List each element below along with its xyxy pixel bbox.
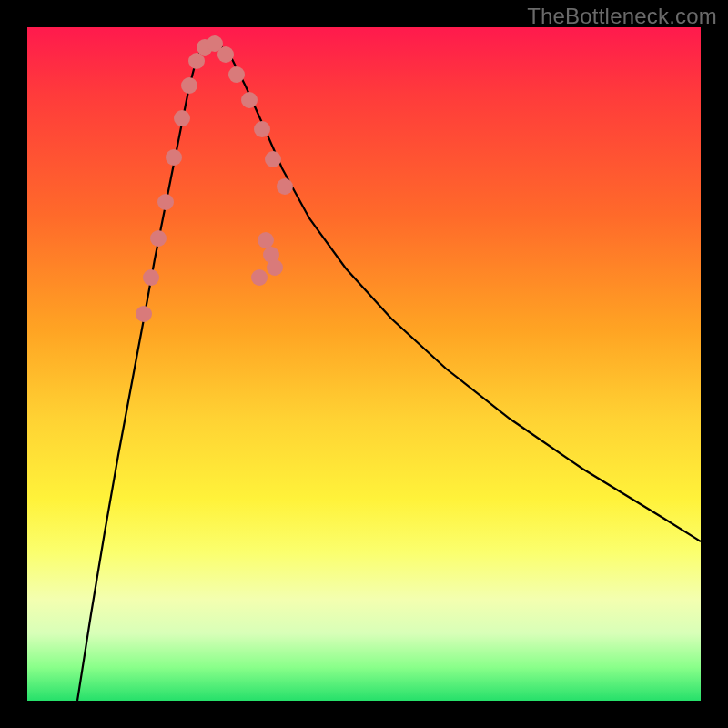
bottleneck-curve-path bbox=[77, 42, 701, 701]
highlight-dot bbox=[174, 110, 190, 126]
highlight-dot bbox=[241, 92, 258, 108]
highlight-dot bbox=[157, 194, 174, 210]
chart-frame: TheBottleneck.com bbox=[0, 0, 728, 728]
plot-area bbox=[27, 27, 701, 701]
highlight-dot bbox=[265, 151, 281, 167]
highlight-dot bbox=[258, 232, 274, 248]
highlight-dot bbox=[228, 66, 245, 83]
highlight-dot bbox=[181, 77, 197, 94]
highlight-dot bbox=[251, 269, 268, 286]
highlight-dot bbox=[150, 230, 167, 247]
highlight-dots-group bbox=[136, 35, 293, 322]
curve-svg bbox=[27, 27, 701, 701]
highlight-dot bbox=[254, 121, 270, 137]
highlight-dot bbox=[143, 269, 159, 286]
highlight-dot bbox=[217, 46, 234, 63]
highlight-dot bbox=[136, 306, 152, 322]
highlight-dot bbox=[267, 259, 283, 276]
highlight-dot bbox=[188, 53, 205, 69]
watermark-text: TheBottleneck.com bbox=[527, 4, 717, 29]
highlight-dot bbox=[166, 149, 182, 166]
highlight-dot bbox=[277, 178, 293, 195]
